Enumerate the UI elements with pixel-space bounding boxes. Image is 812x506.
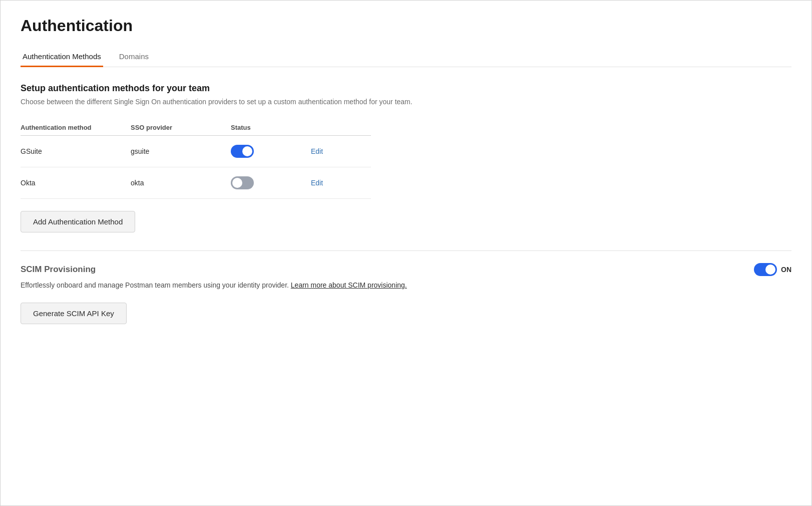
setup-section: Setup authentication methods for your te… [21,83,791,106]
col-status-header: Status [231,124,311,131]
scim-title: SCIM Provisioning [21,265,96,275]
okta-edit-link[interactable]: Edit [311,179,323,187]
gsuite-toggle-wrapper [231,145,311,158]
gsuite-toggle-slider [231,145,254,158]
scim-toggle[interactable] [754,263,777,276]
scim-on-label: ON [781,266,791,274]
setup-section-title: Setup authentication methods for your te… [21,83,791,94]
generate-scim-api-key-button[interactable]: Generate SCIM API Key [21,303,127,324]
col-action-header [311,124,351,131]
scim-section: SCIM Provisioning ON Effortlessly onboar… [21,263,791,342]
scim-learn-more-link[interactable]: Learn more about SCIM provisioning. [291,281,407,289]
page-container: Authentication Authentication Methods Do… [0,0,812,506]
tab-domains[interactable]: Domains [117,47,151,67]
col-method-header: Authentication method [21,124,131,131]
row-gsuite-action: Edit [311,147,351,155]
gsuite-edit-link[interactable]: Edit [311,147,323,155]
table-row: Okta okta Edit [21,167,371,199]
row-gsuite-method: GSuite [21,147,131,155]
tab-authentication-methods[interactable]: Authentication Methods [21,47,103,67]
scim-toggle-row: ON [754,263,791,276]
scim-toggle-slider [754,263,777,276]
gsuite-toggle[interactable] [231,145,254,158]
table-header: Authentication method SSO provider Statu… [21,120,371,136]
row-okta-status [231,176,311,189]
okta-toggle-slider [231,176,254,189]
row-gsuite-provider: gsuite [131,147,231,155]
section-divider [21,250,791,251]
row-gsuite-status [231,145,311,158]
row-okta-method: Okta [21,179,131,187]
auth-methods-table: Authentication method SSO provider Statu… [21,120,371,199]
col-provider-header: SSO provider [131,124,231,131]
scim-description: Effortlessly onboard and manage Postman … [21,280,791,291]
row-okta-provider: okta [131,179,231,187]
setup-section-description: Choose between the different Single Sign… [21,98,791,106]
page-title: Authentication [21,17,791,35]
scim-header: SCIM Provisioning ON [21,263,791,276]
tabs-bar: Authentication Methods Domains [21,47,791,67]
table-row: GSuite gsuite Edit [21,136,371,167]
okta-toggle[interactable] [231,176,254,189]
okta-toggle-wrapper [231,176,311,189]
add-authentication-method-button[interactable]: Add Authentication Method [21,211,135,232]
row-okta-action: Edit [311,179,351,187]
